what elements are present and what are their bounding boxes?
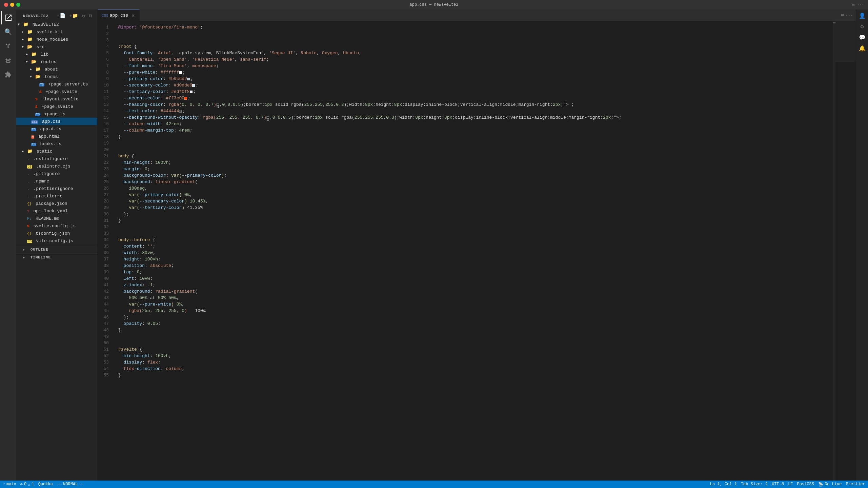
outline-section[interactable]: OUTLINE — [16, 246, 97, 253]
more-actions-icon[interactable]: ··· — [857, 3, 864, 7]
extensions-icon[interactable] — [1, 68, 15, 81]
tab-size-label: Tab Size: 2 — [741, 482, 768, 487]
tree-item-eslintignore[interactable]: . .eslintignore — [16, 155, 97, 162]
editor-name-status[interactable]: Quokka — [38, 482, 53, 487]
code-line: opacity: 0.05; — [118, 320, 827, 327]
more-tabs-icon[interactable]: ··· — [845, 13, 853, 18]
status-bar: ⑂ main ⊘ 0 ⚠ 1 Quokka -- NORMAL -- Ln 1,… — [0, 481, 868, 488]
line-number: 14 — [98, 108, 109, 114]
tree-item-label: .prettierignore — [31, 186, 73, 191]
traffic-lights — [4, 3, 20, 7]
collapse-all-icon[interactable]: ⊟ — [88, 12, 93, 19]
explorer-icon[interactable] — [1, 11, 15, 24]
tree-item-svelte-config-js[interactable]: S svelte.config.js — [16, 222, 97, 230]
minimize-button[interactable] — [10, 3, 14, 7]
code-line: --text-color: #444444; — [118, 108, 827, 114]
tree-item-src[interactable]: ▼📂 src — [16, 43, 97, 51]
tree-item-layout-svelte[interactable]: S +layout.svelte — [16, 95, 97, 103]
tree-item-page-svelte[interactable]: S +page.svelte — [16, 103, 97, 110]
tab-close-icon[interactable]: ✕ — [131, 12, 135, 19]
new-file-icon[interactable]: +📄 — [55, 12, 66, 19]
tree-item-lib[interactable]: ▶📁 lib — [16, 51, 97, 58]
editor-content: 1234567891011121314151617181920212223242… — [98, 21, 856, 481]
tree-arrow: ▶ — [22, 30, 27, 34]
tree-item-hooks-ts[interactable]: TS hooks.ts — [16, 140, 97, 148]
tree-item-label: README.md — [33, 216, 59, 221]
line-number: 35 — [98, 243, 109, 250]
timeline-section[interactable]: TIMELINE — [16, 254, 97, 261]
line-number: 20 — [98, 147, 109, 153]
line-number: 34 — [98, 237, 109, 243]
prettier-status[interactable]: Prettier — [846, 482, 865, 487]
tree-item-prettierignore[interactable]: . .prettierignore — [16, 185, 97, 192]
search-icon[interactable]: 🔍 — [1, 25, 15, 39]
tree-item-prettierrc[interactable]: . .prettierrc — [16, 192, 97, 200]
tree-arrow: ▶ — [30, 67, 35, 71]
settings-icon[interactable]: ⚙ — [857, 22, 867, 32]
tree-item-tsconfig-json[interactable]: {} tsconfig.json — [16, 230, 97, 237]
line-number: 44 — [98, 301, 109, 308]
tree-item-npmrc[interactable]: . .npmrc — [16, 177, 97, 185]
tree-item-page-ts[interactable]: TS +page.ts — [16, 110, 97, 118]
tree-item-routes[interactable]: ▼📂 routes — [16, 58, 97, 65]
tree-item-label: app.html — [36, 134, 59, 139]
line-number: 12 — [98, 95, 109, 101]
warning-icon: ⚠ — [28, 482, 30, 487]
split-view-icon[interactable]: ⊞ — [841, 13, 844, 18]
tree-item-static[interactable]: ▶📁 static — [16, 148, 97, 155]
live-share-status[interactable]: 📡 Go Live — [818, 482, 842, 487]
branch-status[interactable]: ⑂ main — [3, 482, 16, 487]
tree-item-app-html[interactable]: H app.html — [16, 133, 97, 140]
tree-item-gitignore[interactable]: . .gitignore — [16, 170, 97, 177]
refresh-icon[interactable]: ↻ — [81, 12, 86, 19]
line-ending-status[interactable]: LF — [788, 482, 793, 487]
code-editor[interactable]: @import '@fontsource/fira-mono'; :root {… — [113, 21, 833, 481]
tree-item-about[interactable]: ▶📁 about — [16, 65, 97, 73]
close-button[interactable] — [4, 3, 8, 7]
tree-item-label: node_modules — [34, 37, 68, 42]
errors-warnings[interactable]: ⊘ 0 ⚠ 1 — [20, 482, 34, 487]
tree-item-label: +page.server.ts — [46, 82, 88, 87]
tree-item-page-server-ts[interactable]: TS +page.server.ts — [16, 80, 97, 88]
cursor-position[interactable]: Ln 1, Col 1 — [710, 482, 737, 487]
vim-mode-status[interactable]: -- NORMAL -- — [57, 482, 84, 487]
split-editor-icon[interactable]: ⊞ — [852, 3, 855, 7]
scroll-indicator[interactable] — [833, 21, 835, 481]
sidebar-title: NEWSVELTE2 — [23, 14, 48, 18]
notifications-icon[interactable]: 🔔 — [857, 43, 867, 54]
tree-item-npm-lock-yaml[interactable]: Y npm-lock.yaml — [16, 207, 97, 215]
tree-arrow: ▼ — [26, 60, 31, 64]
tree-item-vite-config-js[interactable]: JS vite.config.js — [16, 237, 97, 245]
ignore-icon: . — [27, 194, 29, 199]
code-line: @import '@fontsource/fira-mono'; — [118, 24, 827, 31]
code-line: position: absolute; — [118, 262, 827, 269]
tab-app-css[interactable]: CSS app.css ✕ — [98, 9, 140, 21]
accounts-icon[interactable]: 👤 — [857, 11, 867, 21]
folder-icon: 📁 — [35, 66, 41, 72]
source-control-icon[interactable] — [1, 39, 15, 53]
folder-icon: 📁 — [27, 149, 33, 154]
feedback-icon[interactable]: 💬 — [857, 33, 867, 43]
tree-item-eslintrc[interactable]: JS .eslintrc.cjs — [16, 162, 97, 170]
language-status[interactable]: PostCSS — [797, 482, 814, 487]
live-share-icon: 📡 — [818, 482, 823, 487]
sidebar-header: NEWSVELTE2 +📄 +📁 ↻ ⊟ — [16, 9, 97, 21]
new-folder-icon[interactable]: +📁 — [68, 12, 79, 19]
maximize-button[interactable] — [16, 3, 20, 7]
tree-item-svelte-kit[interactable]: ▶📁 svelte-kit — [16, 28, 97, 36]
tree-item-app-d-ts[interactable]: TS app.d.ts — [16, 125, 97, 133]
encoding-status[interactable]: UTF-8 — [772, 482, 784, 487]
minimap-slider[interactable] — [835, 21, 856, 62]
debug-icon[interactable] — [1, 54, 15, 67]
json-icon: {} — [27, 231, 32, 236]
tree-item-todos[interactable]: ▼📂 todos — [16, 73, 97, 80]
tree-item-page-svelte-todos[interactable]: S +page.svelte — [16, 88, 97, 95]
tree-item-node_modules[interactable]: ▶📁 node_modules — [16, 36, 97, 43]
tree-item-app-css[interactable]: CSS app.css — [16, 118, 97, 125]
line-number: 21 — [98, 153, 109, 159]
minimap — [835, 21, 856, 481]
tree-item-readme-md[interactable]: M↓ README.md — [16, 215, 97, 222]
tree-item-package-json[interactable]: {} package.json — [16, 200, 97, 207]
tab-size-status[interactable]: Tab Size: 2 — [741, 482, 768, 487]
tree-item-newsvelte2[interactable]: ▼📁 NEWSVELTE2 — [16, 21, 97, 28]
